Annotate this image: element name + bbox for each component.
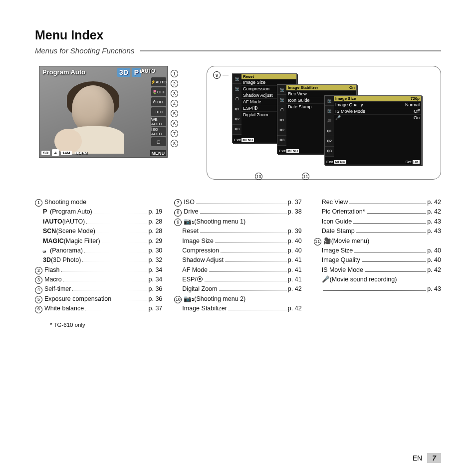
callout-8: 8 <box>171 140 178 147</box>
callout-9: 9 <box>213 71 221 79</box>
lang-label: EN <box>413 454 422 462</box>
callout-11: 11 <box>302 173 309 180</box>
set1-icon: ⚙1 <box>325 126 334 136</box>
sd-icon: SD <box>41 151 50 155</box>
index-entry: Date Stampp. 43 <box>322 227 441 236</box>
ev-icon: ±0.0 <box>151 107 166 116</box>
set3-icon: ⚙3 <box>325 147 334 157</box>
index-entry: Image Qualityp. 40 <box>322 255 441 265</box>
index-label: Rec View <box>322 198 348 207</box>
index-col-1: 1Shooting modeP (Program Auto)p. 19iAUTO… <box>35 198 162 314</box>
menu2-row: Date Stamp <box>288 104 312 109</box>
index-label: Date Stamp <box>322 227 355 236</box>
index-entry: 3D (3D Photo)p. 32 <box>43 255 162 265</box>
index-page: p. 41 <box>288 265 302 275</box>
index-entry: IS Movie Modep. 42 <box>322 265 441 275</box>
index-entry: p. 43 <box>322 284 441 294</box>
resolution-icon: 14M <box>61 151 72 155</box>
menu-btn-icon: MENU <box>286 149 299 153</box>
index-prefix-icon: 🎤 <box>322 275 330 284</box>
index-callout: 2 <box>35 267 42 274</box>
callout-10: 10 <box>255 173 262 180</box>
exit-label: Exit <box>279 149 285 153</box>
menu3-row: Image Quality <box>335 102 363 107</box>
callout-7: 7 <box>171 130 178 137</box>
index-label: Flash <box>44 265 60 275</box>
index-page: p. 32 <box>149 255 163 265</box>
index-page: p. 28 <box>149 227 163 236</box>
index-label: Shadow Adjust <box>182 255 224 265</box>
index-prefix-icon: 📷₁ <box>184 217 194 227</box>
index-label: (Panorama) <box>50 246 83 255</box>
index-label: Image Size <box>182 237 214 246</box>
index-entry: Compressionp. 40 <box>182 246 301 255</box>
timer-icon: ⏱OFF <box>151 97 166 106</box>
divider <box>140 50 441 51</box>
menu1-row: Compression <box>243 86 269 91</box>
set-label: Set <box>405 160 411 164</box>
shots-remaining: 4 <box>52 149 59 156</box>
mic-icon: 🎤 <box>335 115 341 120</box>
menu2-val: On <box>349 85 355 90</box>
play-icon: ▢ <box>233 94 241 104</box>
index-entry: 10📷₂ (Shooting menu 2) <box>174 294 301 304</box>
index-page: p. 43 <box>427 284 441 294</box>
menu3-val: On <box>414 115 420 120</box>
compression-label: NORM <box>74 151 89 155</box>
index-label: (Shooting menu 1) <box>194 217 245 227</box>
index-label: ISO <box>184 198 195 207</box>
index-label: ESP/⦿ <box>182 275 203 284</box>
menu2-row: Image Stabilizer <box>288 85 318 90</box>
menu3-val: Normal <box>405 102 420 107</box>
index-prefix-icon: P <box>43 207 50 217</box>
callout-4: 4 <box>171 100 178 107</box>
lcd-iauto-icon: iAUTO <box>140 68 155 74</box>
index-label: Image Stabilizer <box>182 304 227 313</box>
page-title: Menu Index <box>35 28 441 42</box>
index-label: Shooting mode <box>44 198 86 207</box>
index-entry: 🎤 (Movie sound recording) <box>322 275 441 284</box>
menu1-row: Image Size <box>243 80 265 85</box>
wb-icon: WB AUTO <box>151 117 166 126</box>
index-entry: Digital Zoomp. 42 <box>182 284 301 294</box>
index-page: p. 42 <box>427 207 441 217</box>
index-label: Compression <box>182 246 219 255</box>
index-page: p. 36 <box>149 294 163 304</box>
index-entry: Image Sizep. 40 <box>182 237 301 246</box>
set3-icon: ⚙3 <box>277 136 286 146</box>
index-label: Image Size <box>322 246 353 255</box>
index-label: (Movie sound recording) <box>330 275 397 284</box>
exit-label: Exit <box>326 160 333 164</box>
index-label: Reset <box>182 227 199 236</box>
lcd-photo <box>49 81 124 154</box>
play-icon: ▢ <box>277 105 286 115</box>
index-entry: 3Macrop. 34 <box>35 275 162 284</box>
index-callout: 7 <box>174 199 182 207</box>
index-col-3: Rec Viewp. 42Pic Orientation*p. 42Icon G… <box>314 198 441 314</box>
set2-icon: ⚙2 <box>277 125 286 135</box>
index-page: p. 30 <box>149 246 163 255</box>
index-prefix-icon: 📷₂ <box>184 294 194 304</box>
index-label: IS Movie Mode <box>322 265 363 275</box>
index-page: p. 41 <box>288 255 302 265</box>
cam1-icon: 📷 <box>233 74 241 84</box>
menu2-row: Rec View <box>288 91 307 96</box>
movie-icon: 🎥 <box>325 116 334 126</box>
index-entry: Pic Orientation*p. 42 <box>322 207 441 217</box>
index-callout: 11 <box>314 238 321 245</box>
callout-5: 5 <box>171 110 178 117</box>
index-page: p. 41 <box>288 275 302 284</box>
index-page: p. 42 <box>288 284 302 294</box>
index-label: Self-timer <box>44 284 71 294</box>
index-entry: 7ISOp. 37 <box>174 198 301 207</box>
index-page: p. 43 <box>427 227 441 236</box>
menu-btn-icon: MENU <box>334 160 346 164</box>
menu3-val: Off <box>414 109 420 114</box>
cam1-icon: 📷 <box>277 85 286 95</box>
page-number: 7 <box>427 453 441 463</box>
index-entry: AF Modep. 41 <box>182 265 301 275</box>
index-callout: 4 <box>35 286 42 294</box>
menu2-row: Icon Guide <box>288 98 310 103</box>
index-label: Icon Guide <box>322 217 352 227</box>
flash-icon: ⚡AUTO <box>151 77 166 86</box>
